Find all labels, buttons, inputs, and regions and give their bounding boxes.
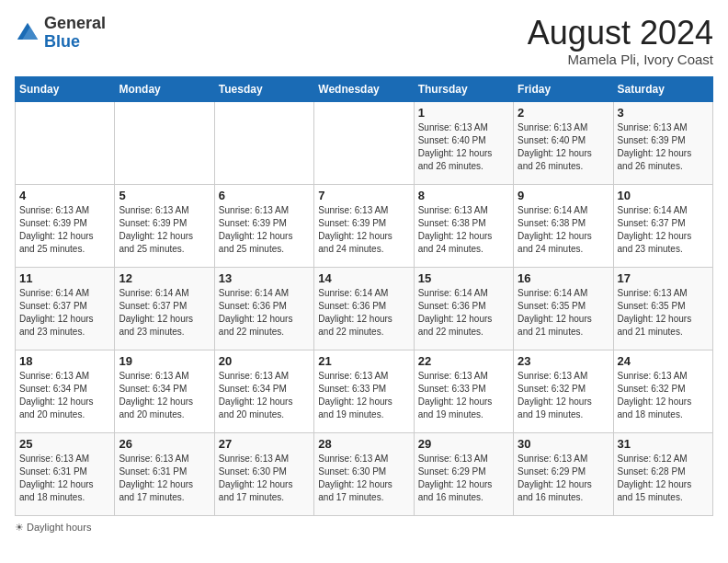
weekday-header-thursday: Thursday — [414, 76, 513, 101]
day-number: 28 — [318, 437, 409, 451]
day-number: 1 — [418, 106, 509, 120]
calendar-cell: 13Sunrise: 6:14 AM Sunset: 6:36 PM Dayli… — [214, 267, 313, 350]
calendar-cell: 3Sunrise: 6:13 AM Sunset: 6:39 PM Daylig… — [613, 101, 712, 184]
calendar-week-4: 18Sunrise: 6:13 AM Sunset: 6:34 PM Dayli… — [16, 350, 713, 432]
day-info: Sunrise: 6:13 AM Sunset: 6:29 PM Dayligh… — [518, 453, 609, 504]
day-info: Sunrise: 6:13 AM Sunset: 6:39 PM Dayligh… — [618, 121, 709, 173]
calendar-cell: 4Sunrise: 6:13 AM Sunset: 6:39 PM Daylig… — [16, 184, 115, 267]
calendar-cell: 1Sunrise: 6:13 AM Sunset: 6:40 PM Daylig… — [414, 101, 513, 184]
calendar-table: SundayMondayTuesdayWednesdayThursdayFrid… — [15, 76, 713, 516]
calendar-cell: 5Sunrise: 6:13 AM Sunset: 6:39 PM Daylig… — [115, 184, 214, 267]
location-subheading: Mamela Pli, Ivory Coast — [528, 52, 713, 67]
logo-icon — [15, 20, 40, 46]
calendar-body: 1Sunrise: 6:13 AM Sunset: 6:40 PM Daylig… — [16, 101, 713, 515]
day-info: Sunrise: 6:14 AM Sunset: 6:36 PM Dayligh… — [418, 287, 509, 339]
day-number: 18 — [19, 354, 110, 368]
day-info: Sunrise: 6:13 AM Sunset: 6:34 PM Dayligh… — [119, 370, 210, 421]
day-info: Sunrise: 6:13 AM Sunset: 6:34 PM Dayligh… — [219, 370, 310, 421]
calendar-cell: 18Sunrise: 6:13 AM Sunset: 6:34 PM Dayli… — [16, 350, 115, 432]
calendar-header: SundayMondayTuesdayWednesdayThursdayFrid… — [16, 76, 713, 101]
day-number: 5 — [119, 189, 210, 202]
calendar-cell: 21Sunrise: 6:13 AM Sunset: 6:33 PM Dayli… — [314, 350, 414, 432]
day-number: 6 — [219, 189, 310, 202]
day-number: 23 — [518, 354, 609, 368]
day-info: Sunrise: 6:13 AM Sunset: 6:35 PM Dayligh… — [618, 287, 709, 339]
day-number: 14 — [318, 271, 409, 285]
day-number: 22 — [418, 354, 509, 368]
calendar-week-2: 4Sunrise: 6:13 AM Sunset: 6:39 PM Daylig… — [16, 184, 713, 267]
day-info: Sunrise: 6:13 AM Sunset: 6:39 PM Dayligh… — [318, 204, 409, 256]
calendar-cell: 20Sunrise: 6:13 AM Sunset: 6:34 PM Dayli… — [214, 350, 313, 432]
day-number: 9 — [518, 189, 609, 202]
day-info: Sunrise: 6:13 AM Sunset: 6:39 PM Dayligh… — [19, 204, 110, 256]
logo: General Blue — [15, 15, 106, 52]
calendar-week-3: 11Sunrise: 6:14 AM Sunset: 6:37 PM Dayli… — [16, 267, 713, 350]
weekday-header-monday: Monday — [115, 76, 214, 101]
calendar-cell: 16Sunrise: 6:14 AM Sunset: 6:35 PM Dayli… — [514, 267, 613, 350]
calendar-cell: 24Sunrise: 6:13 AM Sunset: 6:32 PM Dayli… — [613, 350, 712, 432]
calendar-cell: 23Sunrise: 6:13 AM Sunset: 6:32 PM Dayli… — [514, 350, 613, 432]
calendar-week-1: 1Sunrise: 6:13 AM Sunset: 6:40 PM Daylig… — [16, 101, 713, 184]
day-number: 17 — [618, 271, 709, 285]
day-number: 16 — [518, 271, 609, 285]
day-info: Sunrise: 6:13 AM Sunset: 6:32 PM Dayligh… — [618, 370, 709, 421]
legend-daylight-label: Daylight hours — [27, 522, 91, 533]
day-number: 13 — [219, 271, 310, 285]
calendar-cell: 17Sunrise: 6:13 AM Sunset: 6:35 PM Dayli… — [613, 267, 712, 350]
day-info: Sunrise: 6:14 AM Sunset: 6:37 PM Dayligh… — [618, 204, 709, 256]
day-info: Sunrise: 6:12 AM Sunset: 6:28 PM Dayligh… — [618, 453, 709, 504]
calendar-cell: 15Sunrise: 6:14 AM Sunset: 6:36 PM Dayli… — [414, 267, 513, 350]
day-number: 3 — [618, 106, 709, 120]
day-number: 31 — [618, 437, 709, 451]
day-info: Sunrise: 6:13 AM Sunset: 6:31 PM Dayligh… — [119, 453, 210, 504]
day-number: 19 — [119, 354, 210, 368]
calendar-cell: 6Sunrise: 6:13 AM Sunset: 6:39 PM Daylig… — [214, 184, 313, 267]
day-number: 11 — [19, 271, 110, 285]
calendar-cell — [115, 101, 214, 184]
day-info: Sunrise: 6:13 AM Sunset: 6:29 PM Dayligh… — [418, 453, 509, 504]
calendar-cell: 28Sunrise: 6:13 AM Sunset: 6:30 PM Dayli… — [314, 432, 414, 515]
month-year-heading: August 2024 — [528, 15, 713, 52]
calendar-cell: 7Sunrise: 6:13 AM Sunset: 6:39 PM Daylig… — [314, 184, 414, 267]
calendar-cell: 12Sunrise: 6:14 AM Sunset: 6:37 PM Dayli… — [115, 267, 214, 350]
weekday-header-saturday: Saturday — [613, 76, 712, 101]
calendar-cell: 30Sunrise: 6:13 AM Sunset: 6:29 PM Dayli… — [514, 432, 613, 515]
calendar-cell: 31Sunrise: 6:12 AM Sunset: 6:28 PM Dayli… — [613, 432, 712, 515]
calendar-cell — [314, 101, 414, 184]
day-info: Sunrise: 6:13 AM Sunset: 6:40 PM Dayligh… — [518, 121, 609, 173]
calendar-cell: 27Sunrise: 6:13 AM Sunset: 6:30 PM Dayli… — [214, 432, 313, 515]
day-info: Sunrise: 6:14 AM Sunset: 6:37 PM Dayligh… — [119, 287, 210, 339]
day-number: 10 — [618, 189, 709, 202]
calendar-cell: 26Sunrise: 6:13 AM Sunset: 6:31 PM Dayli… — [115, 432, 214, 515]
day-number: 2 — [518, 106, 609, 120]
day-info: Sunrise: 6:13 AM Sunset: 6:31 PM Dayligh… — [19, 453, 110, 504]
day-number: 4 — [19, 189, 110, 202]
weekday-header-friday: Friday — [514, 76, 613, 101]
calendar-cell: 22Sunrise: 6:13 AM Sunset: 6:33 PM Dayli… — [414, 350, 513, 432]
day-info: Sunrise: 6:13 AM Sunset: 6:32 PM Dayligh… — [518, 370, 609, 421]
day-info: Sunrise: 6:13 AM Sunset: 6:34 PM Dayligh… — [19, 370, 110, 421]
logo-blue-text: Blue — [44, 32, 80, 51]
calendar-cell — [16, 101, 115, 184]
title-area: August 2024 Mamela Pli, Ivory Coast — [528, 15, 713, 67]
day-number: 25 — [19, 437, 110, 451]
day-number: 29 — [418, 437, 509, 451]
weekday-header-tuesday: Tuesday — [214, 76, 313, 101]
calendar-week-5: 25Sunrise: 6:13 AM Sunset: 6:31 PM Dayli… — [16, 432, 713, 515]
calendar-cell: 8Sunrise: 6:13 AM Sunset: 6:38 PM Daylig… — [414, 184, 513, 267]
day-info: Sunrise: 6:13 AM Sunset: 6:30 PM Dayligh… — [318, 453, 409, 504]
logo-general-text: General — [44, 14, 106, 32]
calendar-cell: 2Sunrise: 6:13 AM Sunset: 6:40 PM Daylig… — [514, 101, 613, 184]
day-info: Sunrise: 6:13 AM Sunset: 6:33 PM Dayligh… — [418, 370, 509, 421]
day-number: 15 — [418, 271, 509, 285]
day-number: 24 — [618, 354, 709, 368]
day-number: 12 — [119, 271, 210, 285]
calendar-cell — [214, 101, 313, 184]
calendar-cell: 29Sunrise: 6:13 AM Sunset: 6:29 PM Dayli… — [414, 432, 513, 515]
calendar-cell: 19Sunrise: 6:13 AM Sunset: 6:34 PM Dayli… — [115, 350, 214, 432]
day-info: Sunrise: 6:13 AM Sunset: 6:40 PM Dayligh… — [418, 121, 509, 173]
weekday-header-wednesday: Wednesday — [314, 76, 414, 101]
weekday-row: SundayMondayTuesdayWednesdayThursdayFrid… — [16, 76, 713, 101]
day-info: Sunrise: 6:13 AM Sunset: 6:39 PM Dayligh… — [219, 204, 310, 256]
day-number: 21 — [318, 354, 409, 368]
